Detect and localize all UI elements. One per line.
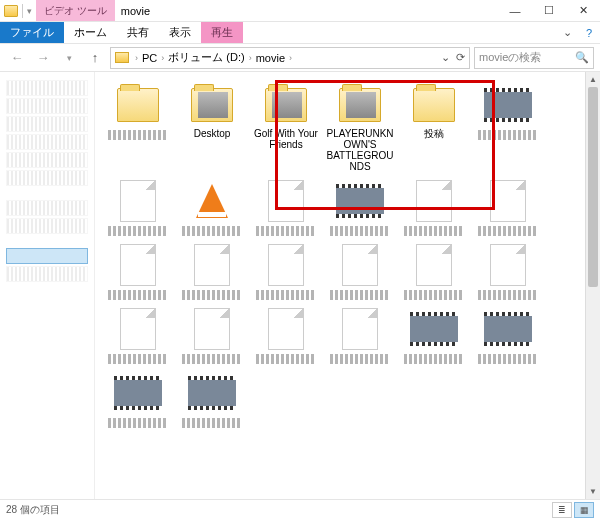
file-item[interactable]	[175, 306, 249, 366]
nav-item[interactable]	[6, 152, 88, 168]
search-icon[interactable]: 🔍	[575, 51, 589, 64]
tab-playback[interactable]: 再生	[201, 22, 243, 43]
file-item[interactable]	[397, 178, 471, 238]
file-item[interactable]	[175, 370, 249, 430]
vertical-scrollbar[interactable]: ▲ ▼	[585, 72, 600, 499]
file-item[interactable]	[323, 178, 397, 238]
video-thumbnail-icon	[114, 376, 162, 410]
file-item[interactable]	[249, 242, 323, 302]
item-label	[478, 354, 538, 364]
file-item[interactable]	[471, 306, 545, 366]
folder-icon[interactable]	[4, 5, 18, 17]
scrollbar-thumb[interactable]	[588, 87, 598, 287]
file-icon	[194, 308, 230, 350]
file-icon	[342, 308, 378, 350]
chevron-right-icon[interactable]: ›	[161, 53, 164, 63]
file-icon	[268, 244, 304, 286]
file-item[interactable]	[101, 370, 175, 430]
file-icon	[342, 244, 378, 286]
file-item[interactable]	[101, 242, 175, 302]
tab-view[interactable]: 表示	[159, 22, 201, 43]
file-item[interactable]	[249, 306, 323, 366]
help-icon[interactable]: ?	[578, 27, 600, 39]
forward-button[interactable]: →	[32, 47, 54, 69]
item-label	[478, 130, 538, 140]
file-item[interactable]	[471, 242, 545, 302]
folder-icon	[191, 88, 233, 122]
chevron-right-icon[interactable]: ›	[249, 53, 252, 63]
nav-item[interactable]	[6, 170, 88, 186]
file-icon	[416, 244, 452, 286]
breadcrumb[interactable]: movie	[254, 52, 287, 64]
tab-file[interactable]: ファイル	[0, 22, 64, 43]
scroll-down-icon[interactable]: ▼	[586, 484, 600, 499]
close-button[interactable]: ✕	[566, 0, 600, 21]
chevron-right-icon[interactable]: ›	[135, 53, 138, 63]
up-button[interactable]: ↑	[84, 47, 106, 69]
breadcrumb[interactable]: ボリューム (D:)	[166, 50, 246, 65]
address-dropdown-icon[interactable]: ⌄	[441, 51, 450, 64]
navigation-pane[interactable]	[0, 72, 95, 499]
nav-item[interactable]	[6, 200, 88, 216]
file-icon	[120, 180, 156, 222]
status-bar: 28 個の項目 ≣ ▦	[0, 499, 600, 519]
item-label: 投稿	[424, 128, 444, 139]
file-item[interactable]	[323, 306, 397, 366]
video-thumbnail-icon	[336, 184, 384, 218]
view-icons-button[interactable]: ▦	[574, 502, 594, 518]
search-placeholder: movieの検索	[479, 50, 541, 65]
item-label	[478, 226, 538, 236]
nav-item-selected[interactable]	[6, 248, 88, 264]
nav-item[interactable]	[6, 98, 88, 114]
file-item[interactable]: Desktop	[175, 82, 249, 174]
file-item[interactable]: 投稿	[397, 82, 471, 174]
maximize-button[interactable]: ☐	[532, 0, 566, 21]
qat-dropdown-icon[interactable]: ▾	[27, 6, 32, 16]
video-thumbnail-icon	[410, 312, 458, 346]
nav-item[interactable]	[6, 218, 88, 234]
folder-icon	[115, 52, 129, 63]
file-item[interactable]	[323, 242, 397, 302]
nav-item[interactable]	[6, 116, 88, 132]
nav-item[interactable]	[6, 134, 88, 150]
file-item[interactable]: PLAYERUNKNOWN'S BATTLEGROUNDS	[323, 82, 397, 174]
back-button[interactable]: ←	[6, 47, 28, 69]
file-item[interactable]	[249, 178, 323, 238]
item-label	[256, 354, 316, 364]
scroll-up-icon[interactable]: ▲	[586, 72, 600, 87]
refresh-icon[interactable]: ⟳	[456, 51, 465, 64]
file-item[interactable]	[471, 82, 545, 174]
history-dropdown-icon[interactable]: ▾	[58, 47, 80, 69]
file-icon	[490, 244, 526, 286]
file-item[interactable]	[397, 306, 471, 366]
breadcrumb[interactable]: PC	[140, 52, 159, 64]
video-thumbnail-icon	[188, 376, 236, 410]
file-item[interactable]	[175, 178, 249, 238]
file-item[interactable]	[101, 82, 175, 174]
quick-access-toolbar: ▾	[0, 0, 36, 21]
file-item[interactable]	[175, 242, 249, 302]
minimize-button[interactable]: ―	[498, 0, 532, 21]
content-area[interactable]: DesktopGolf With Your FriendsPLAYERUNKNO…	[95, 72, 600, 499]
item-label	[108, 226, 168, 236]
tab-share[interactable]: 共有	[117, 22, 159, 43]
file-icon	[268, 180, 304, 222]
file-item[interactable]	[101, 306, 175, 366]
file-item[interactable]	[101, 178, 175, 238]
chevron-right-icon[interactable]: ›	[289, 53, 292, 63]
nav-item[interactable]	[6, 266, 88, 282]
search-input[interactable]: movieの検索 🔍	[474, 47, 594, 69]
file-item[interactable]	[471, 178, 545, 238]
item-label	[108, 418, 168, 428]
folder-icon	[339, 88, 381, 122]
ribbon-expand-icon[interactable]: ⌄	[556, 26, 578, 39]
navigation-bar: ← → ▾ ↑ › PC › ボリューム (D:) › movie › ⌄ ⟳ …	[0, 44, 600, 72]
item-label	[404, 226, 464, 236]
file-item[interactable]	[397, 242, 471, 302]
item-label	[182, 290, 242, 300]
address-bar[interactable]: › PC › ボリューム (D:) › movie › ⌄ ⟳	[110, 47, 470, 69]
nav-item[interactable]	[6, 80, 88, 96]
file-item[interactable]: Golf With Your Friends	[249, 82, 323, 174]
tab-home[interactable]: ホーム	[64, 22, 117, 43]
view-details-button[interactable]: ≣	[552, 502, 572, 518]
